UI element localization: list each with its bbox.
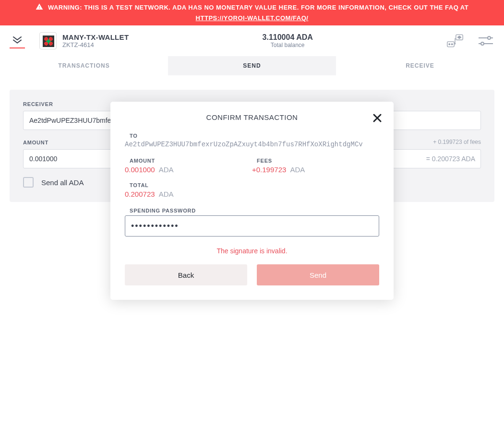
modal-overlay: CONFIRM TRANSACTION TO Ae2tdPwUPEZ3HUU7b… [0,0,504,426]
error-message: The signature is invalid. [125,247,379,255]
close-icon[interactable] [371,111,384,125]
modal-total-value: 0.200723 [125,190,155,198]
spending-password-input[interactable] [125,215,379,237]
modal-fees-label: FEES [257,158,379,164]
modal-title: CONFIRM TRANSACTION [125,113,379,121]
send-button[interactable]: Send [257,264,379,285]
password-label: SPENDING PASSWORD [130,208,379,213]
modal-total-currency: ADA [159,190,174,198]
to-address: Ae2tdPwUPEZ3HUU7bmfexrUzoZpAZxuyt4b4bn7f… [125,141,379,148]
modal-amount-currency: ADA [159,166,174,174]
modal-amount-value: 0.001000 [125,166,155,174]
to-label: TO [130,133,379,139]
modal-amount-label: AMOUNT [130,158,252,164]
modal-fees-currency: ADA [290,166,305,174]
modal-total-label: TOTAL [130,182,379,188]
back-button[interactable]: Back [125,264,247,285]
confirm-transaction-modal: CONFIRM TRANSACTION TO Ae2tdPwUPEZ3HUU7b… [110,102,394,300]
modal-fees-value: +0.199723 [252,166,286,174]
